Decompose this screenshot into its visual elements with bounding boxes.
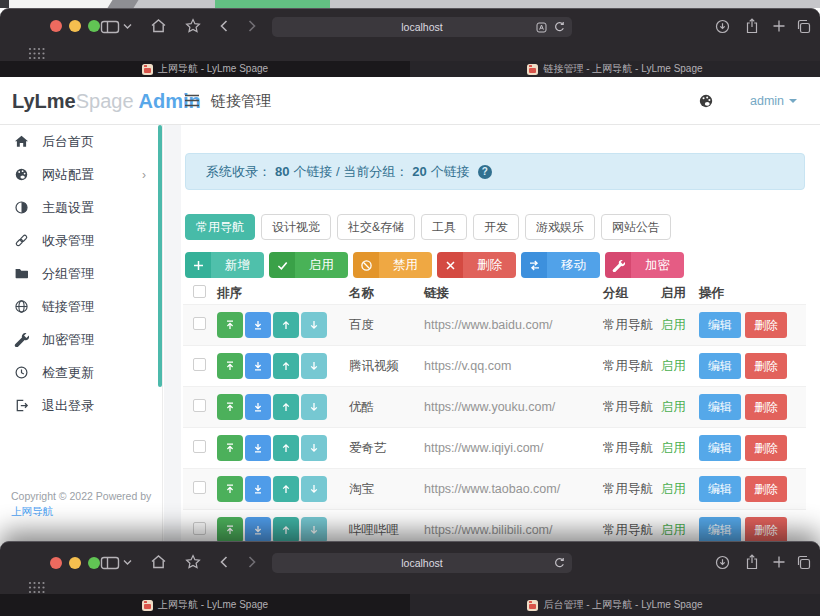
help-icon[interactable]: ? <box>478 165 492 179</box>
row-checkbox[interactable] <box>193 440 206 453</box>
sidebar-icon[interactable] <box>100 19 120 35</box>
sort-to-top-button[interactable] <box>217 353 243 379</box>
sort-to-bottom-button[interactable] <box>245 312 271 338</box>
share-icon[interactable] <box>745 18 759 34</box>
group-tab-social[interactable]: 社交&存储 <box>337 214 415 240</box>
reload-icon[interactable] <box>554 21 565 33</box>
sort-to-top-button[interactable] <box>217 435 243 461</box>
star-icon[interactable] <box>185 554 201 570</box>
group-tab-games[interactable]: 游戏娱乐 <box>525 214 595 240</box>
sort-to-bottom-button[interactable] <box>245 394 271 420</box>
sort-down-button[interactable] <box>301 517 327 541</box>
tabs-icon[interactable] <box>796 19 811 34</box>
delete-button[interactable]: 删除 <box>745 353 787 379</box>
star-icon[interactable] <box>185 18 201 34</box>
sort-down-button[interactable] <box>301 353 327 379</box>
sidebar-item-site-config[interactable]: 网站配置 › <box>0 158 162 191</box>
back-icon[interactable] <box>220 556 228 568</box>
browser-tab[interactable]: 上网导航 - LyLme Spage <box>0 61 410 77</box>
favorites-grid-icon[interactable] <box>28 581 45 594</box>
back-icon[interactable] <box>220 20 228 32</box>
sort-up-button[interactable] <box>273 394 299 420</box>
sort-up-button[interactable] <box>273 435 299 461</box>
sidebar-icon[interactable] <box>100 555 120 571</box>
chevron-down-icon[interactable] <box>123 559 132 566</box>
close-light[interactable] <box>50 557 62 569</box>
address-bar[interactable]: localhost <box>272 553 572 573</box>
add-button[interactable]: 新增 <box>185 252 264 278</box>
sort-to-top-button[interactable] <box>217 517 243 541</box>
row-checkbox[interactable] <box>193 358 206 371</box>
sort-down-button[interactable] <box>301 312 327 338</box>
edit-button[interactable]: 编辑 <box>699 394 741 420</box>
browser-tab-active[interactable]: 链接管理 - 上网导航 - LyLme Spage <box>410 61 820 77</box>
delete-selected-button[interactable]: 删除 <box>437 252 516 278</box>
share-icon[interactable] <box>745 554 759 570</box>
sort-up-button[interactable] <box>273 312 299 338</box>
delete-button[interactable]: 删除 <box>745 435 787 461</box>
delete-button[interactable]: 删除 <box>745 476 787 502</box>
sort-to-bottom-button[interactable] <box>245 353 271 379</box>
group-tab-dev[interactable]: 开发 <box>473 214 519 240</box>
minimize-light[interactable] <box>69 557 81 569</box>
disable-button[interactable]: 禁用 <box>353 252 432 278</box>
row-checkbox[interactable] <box>193 481 206 494</box>
sidebar-scrollbar[interactable] <box>158 125 162 387</box>
sort-to-bottom-button[interactable] <box>245 435 271 461</box>
home-icon[interactable] <box>150 554 167 570</box>
sort-to-top-button[interactable] <box>217 394 243 420</box>
edit-button[interactable]: 编辑 <box>699 435 741 461</box>
delete-button[interactable]: 删除 <box>745 517 787 541</box>
sidebar-item-groups[interactable]: 分组管理 <box>0 257 162 290</box>
edit-button[interactable]: 编辑 <box>699 517 741 541</box>
encrypt-button[interactable]: 加密 <box>605 252 684 278</box>
sort-down-button[interactable] <box>301 435 327 461</box>
home-icon[interactable] <box>150 18 167 34</box>
row-checkbox[interactable] <box>193 522 206 535</box>
favorites-grid-icon[interactable] <box>28 47 45 60</box>
group-tab-tools[interactable]: 工具 <box>421 214 467 240</box>
sort-down-button[interactable] <box>301 476 327 502</box>
translate-icon[interactable] <box>536 22 547 33</box>
sidebar-item-theme[interactable]: 主题设置 <box>0 191 162 224</box>
user-dropdown[interactable]: admin <box>750 77 797 125</box>
zoom-light[interactable] <box>88 20 100 32</box>
select-all-checkbox[interactable] <box>193 285 206 298</box>
new-tab-icon[interactable] <box>772 19 786 33</box>
sort-to-bottom-button[interactable] <box>245 517 271 541</box>
theme-palette-icon[interactable] <box>698 93 714 109</box>
delete-button[interactable]: 删除 <box>745 312 787 338</box>
edit-button[interactable]: 编辑 <box>699 353 741 379</box>
group-tab-common[interactable]: 常用导航 <box>185 214 255 240</box>
address-bar[interactable]: localhost <box>272 17 572 37</box>
sort-down-button[interactable] <box>301 394 327 420</box>
sort-to-top-button[interactable] <box>217 312 243 338</box>
sidebar-item-links[interactable]: 链接管理 <box>0 290 162 323</box>
sort-up-button[interactable] <box>273 476 299 502</box>
row-checkbox[interactable] <box>193 317 206 330</box>
menu-toggle-icon[interactable] <box>184 94 200 107</box>
browser-tab[interactable]: 上网导航 - LyLme Spage <box>0 594 410 616</box>
delete-button[interactable]: 删除 <box>745 394 787 420</box>
minimize-light[interactable] <box>69 20 81 32</box>
enable-button[interactable]: 启用 <box>269 252 348 278</box>
row-checkbox[interactable] <box>193 399 206 412</box>
sidebar-item-dashboard[interactable]: 后台首页 <box>0 125 162 158</box>
sidebar-item-check-update[interactable]: 检查更新 <box>0 356 162 389</box>
download-icon[interactable] <box>715 555 730 570</box>
sidebar-item-encryption[interactable]: 加密管理 <box>0 323 162 356</box>
edit-button[interactable]: 编辑 <box>699 476 741 502</box>
group-tab-notice[interactable]: 网站公告 <box>601 214 671 240</box>
copyright-link[interactable]: 上网导航 <box>11 505 53 517</box>
sidebar-item-collection[interactable]: 收录管理 <box>0 224 162 257</box>
browser-tab-active[interactable]: 后台管理 - 上网导航 - LyLme Spage <box>410 594 820 616</box>
sort-to-bottom-button[interactable] <box>245 476 271 502</box>
reload-icon[interactable] <box>554 557 565 569</box>
sidebar-item-logout[interactable]: 退出登录 <box>0 389 162 422</box>
sort-to-top-button[interactable] <box>217 476 243 502</box>
download-icon[interactable] <box>715 19 730 34</box>
zoom-light[interactable] <box>88 557 100 569</box>
chevron-down-icon[interactable] <box>123 23 132 30</box>
close-light[interactable] <box>50 20 62 32</box>
forward-icon[interactable] <box>248 556 256 568</box>
